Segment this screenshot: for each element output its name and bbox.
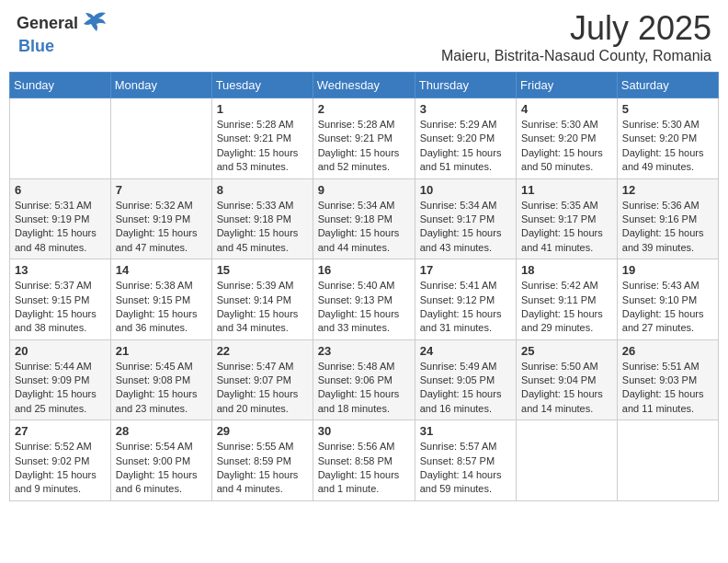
weekday-header-friday: Friday	[517, 73, 618, 98]
cell-text: Sunrise: 5:37 AMSunset: 9:15 PMDaylight:…	[15, 279, 106, 336]
daylight-text: Daylight: 15 hours and 43 minutes.	[420, 226, 511, 255]
sunrise-text: Sunrise: 5:28 AM	[217, 118, 308, 132]
logo-general: General	[17, 14, 78, 33]
sunset-text: Sunset: 8:58 PM	[318, 454, 410, 468]
day-number: 27	[15, 424, 106, 438]
calendar-cell: 9Sunrise: 5:34 AMSunset: 9:18 PMDaylight…	[313, 178, 415, 259]
day-number: 2	[318, 102, 410, 116]
day-number: 22	[217, 344, 308, 358]
sunset-text: Sunset: 9:20 PM	[622, 132, 713, 145]
page-header: General Blue July 2025 Maieru, Bistrita-…	[9, 9, 719, 64]
sunrise-text: Sunrise: 5:42 AM	[521, 279, 612, 293]
daylight-text: Daylight: 15 hours and 25 minutes.	[15, 387, 106, 416]
daylight-text: Daylight: 15 hours and 20 minutes.	[217, 387, 308, 416]
sunset-text: Sunset: 9:00 PM	[116, 454, 207, 468]
sunrise-text: Sunrise: 5:34 AM	[318, 199, 410, 213]
sunrise-text: Sunrise: 5:30 AM	[521, 118, 612, 132]
week-row-4: 20Sunrise: 5:44 AMSunset: 9:09 PMDayligh…	[10, 339, 719, 420]
sunrise-text: Sunrise: 5:39 AM	[217, 279, 308, 293]
weekday-header-thursday: Thursday	[415, 73, 516, 98]
month-title: July 2025	[441, 9, 711, 48]
daylight-text: Daylight: 15 hours and 53 minutes.	[217, 146, 308, 175]
cell-text: Sunrise: 5:51 AMSunset: 9:03 PMDaylight:…	[622, 360, 713, 417]
sunset-text: Sunset: 9:14 PM	[217, 293, 308, 307]
weekday-header-saturday: Saturday	[617, 73, 718, 98]
calendar-cell: 23Sunrise: 5:48 AMSunset: 9:06 PMDayligh…	[313, 339, 415, 420]
calendar-cell: 29Sunrise: 5:55 AMSunset: 8:59 PMDayligh…	[211, 420, 313, 501]
sunset-text: Sunset: 9:11 PM	[521, 293, 612, 307]
day-number: 30	[318, 424, 410, 438]
calendar-cell: 16Sunrise: 5:40 AMSunset: 9:13 PMDayligh…	[313, 259, 415, 340]
daylight-text: Daylight: 15 hours and 36 minutes.	[116, 307, 207, 336]
daylight-text: Daylight: 15 hours and 52 minutes.	[318, 146, 410, 175]
sunrise-text: Sunrise: 5:34 AM	[420, 199, 511, 213]
sunrise-text: Sunrise: 5:44 AM	[15, 360, 106, 373]
sunrise-text: Sunrise: 5:48 AM	[318, 360, 410, 373]
sunrise-text: Sunrise: 5:56 AM	[318, 440, 410, 454]
daylight-text: Daylight: 15 hours and 38 minutes.	[15, 307, 106, 336]
calendar-cell: 26Sunrise: 5:51 AMSunset: 9:03 PMDayligh…	[617, 339, 718, 420]
daylight-text: Daylight: 15 hours and 23 minutes.	[116, 387, 207, 416]
sunset-text: Sunset: 9:08 PM	[116, 373, 207, 387]
sunrise-text: Sunrise: 5:47 AM	[217, 360, 308, 373]
calendar-cell: 17Sunrise: 5:41 AMSunset: 9:12 PMDayligh…	[415, 259, 516, 340]
daylight-text: Daylight: 15 hours and 6 minutes.	[116, 468, 207, 497]
calendar-cell: 3Sunrise: 5:29 AMSunset: 9:20 PMDaylight…	[415, 98, 516, 179]
sunrise-text: Sunrise: 5:33 AM	[217, 199, 308, 213]
cell-text: Sunrise: 5:54 AMSunset: 9:00 PMDaylight:…	[116, 440, 207, 497]
daylight-text: Daylight: 15 hours and 44 minutes.	[318, 226, 410, 255]
cell-text: Sunrise: 5:47 AMSunset: 9:07 PMDaylight:…	[217, 360, 308, 417]
day-number: 9	[318, 183, 410, 197]
sunrise-text: Sunrise: 5:43 AM	[622, 279, 713, 293]
sunset-text: Sunset: 9:07 PM	[217, 373, 308, 387]
calendar-cell: 18Sunrise: 5:42 AMSunset: 9:11 PMDayligh…	[517, 259, 618, 340]
cell-text: Sunrise: 5:42 AMSunset: 9:11 PMDaylight:…	[521, 279, 612, 336]
sunrise-text: Sunrise: 5:28 AM	[318, 118, 410, 132]
calendar-cell: 28Sunrise: 5:54 AMSunset: 9:00 PMDayligh…	[110, 420, 211, 501]
sunset-text: Sunset: 8:57 PM	[420, 454, 511, 468]
sunset-text: Sunset: 9:16 PM	[622, 213, 713, 226]
day-number: 18	[521, 263, 612, 277]
calendar-cell: 30Sunrise: 5:56 AMSunset: 8:58 PMDayligh…	[313, 420, 415, 501]
day-number: 19	[622, 263, 713, 277]
day-number: 26	[622, 344, 713, 358]
daylight-text: Daylight: 15 hours and 27 minutes.	[622, 307, 713, 336]
weekday-header-tuesday: Tuesday	[211, 73, 313, 98]
week-row-3: 13Sunrise: 5:37 AMSunset: 9:15 PMDayligh…	[10, 259, 719, 340]
sunrise-text: Sunrise: 5:38 AM	[116, 279, 207, 293]
sunset-text: Sunset: 9:03 PM	[622, 373, 713, 387]
calendar-cell: 14Sunrise: 5:38 AMSunset: 9:15 PMDayligh…	[110, 259, 211, 340]
sunset-text: Sunset: 9:02 PM	[15, 454, 106, 468]
weekday-header-row: SundayMondayTuesdayWednesdayThursdayFrid…	[10, 73, 719, 98]
calendar-cell	[617, 420, 718, 501]
calendar-cell: 1Sunrise: 5:28 AMSunset: 9:21 PMDaylight…	[211, 98, 313, 179]
sunset-text: Sunset: 9:10 PM	[622, 293, 713, 307]
calendar-cell: 6Sunrise: 5:31 AMSunset: 9:19 PMDaylight…	[10, 178, 111, 259]
sunrise-text: Sunrise: 5:30 AM	[622, 118, 713, 132]
calendar-cell: 5Sunrise: 5:30 AMSunset: 9:20 PMDaylight…	[617, 98, 718, 179]
daylight-text: Daylight: 15 hours and 29 minutes.	[521, 307, 612, 336]
calendar-cell: 22Sunrise: 5:47 AMSunset: 9:07 PMDayligh…	[211, 339, 313, 420]
day-number: 14	[116, 263, 207, 277]
sunset-text: Sunset: 9:17 PM	[521, 213, 612, 226]
day-number: 5	[622, 102, 713, 116]
cell-text: Sunrise: 5:45 AMSunset: 9:08 PMDaylight:…	[116, 360, 207, 417]
day-number: 24	[420, 344, 511, 358]
cell-text: Sunrise: 5:30 AMSunset: 9:20 PMDaylight:…	[521, 118, 612, 175]
day-number: 1	[217, 102, 308, 116]
daylight-text: Daylight: 15 hours and 49 minutes.	[622, 146, 713, 175]
cell-text: Sunrise: 5:48 AMSunset: 9:06 PMDaylight:…	[318, 360, 410, 417]
calendar-cell: 25Sunrise: 5:50 AMSunset: 9:04 PMDayligh…	[517, 339, 618, 420]
day-number: 12	[622, 183, 713, 197]
sunset-text: Sunset: 9:04 PM	[521, 373, 612, 387]
calendar-cell: 4Sunrise: 5:30 AMSunset: 9:20 PMDaylight…	[517, 98, 618, 179]
sunset-text: Sunset: 9:19 PM	[116, 213, 207, 226]
week-row-5: 27Sunrise: 5:52 AMSunset: 9:02 PMDayligh…	[10, 420, 719, 501]
sunrise-text: Sunrise: 5:35 AM	[521, 199, 612, 213]
sunrise-text: Sunrise: 5:55 AM	[217, 440, 308, 454]
sunset-text: Sunset: 9:13 PM	[318, 293, 410, 307]
week-row-1: 1Sunrise: 5:28 AMSunset: 9:21 PMDaylight…	[10, 98, 719, 179]
day-number: 13	[15, 263, 106, 277]
sunrise-text: Sunrise: 5:51 AM	[622, 360, 713, 373]
cell-text: Sunrise: 5:49 AMSunset: 9:05 PMDaylight:…	[420, 360, 511, 417]
